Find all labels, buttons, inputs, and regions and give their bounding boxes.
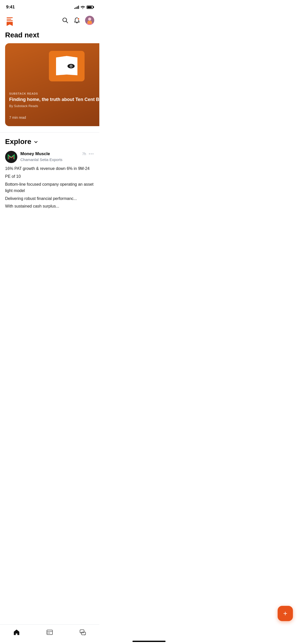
section-divider bbox=[0, 132, 99, 133]
svg-rect-1 bbox=[7, 19, 11, 20]
post-line-5: With sustained cash surplus... bbox=[5, 203, 94, 210]
svg-rect-0 bbox=[7, 17, 13, 18]
svg-rect-16 bbox=[6, 152, 16, 162]
publisher-avatar[interactable] bbox=[5, 151, 17, 163]
svg-point-19 bbox=[92, 154, 93, 155]
svg-point-18 bbox=[91, 154, 92, 155]
card-thumbnail-1 bbox=[5, 43, 99, 89]
explore-title: Explore bbox=[5, 138, 31, 146]
read-time-1: 7 min read bbox=[9, 115, 26, 120]
svg-rect-2 bbox=[7, 20, 13, 21]
card-author-1: By Substack Reads bbox=[9, 104, 99, 108]
svg-line-4 bbox=[66, 21, 68, 23]
svg-point-12 bbox=[70, 65, 72, 67]
post-header: Money Muscle 7h Chamanlal Setia Exports bbox=[5, 151, 94, 163]
svg-rect-9 bbox=[88, 21, 92, 24]
signal-icon bbox=[74, 5, 79, 9]
header-actions bbox=[62, 16, 94, 25]
publisher-name[interactable]: Money Muscle bbox=[20, 151, 50, 156]
post-subtitle: Chamanlal Setia Exports bbox=[20, 157, 94, 162]
post-line-4: Delivering robust financial performanc..… bbox=[5, 196, 94, 202]
notifications-button[interactable] bbox=[73, 17, 80, 24]
status-time: 9:41 bbox=[6, 5, 15, 10]
status-bar: 9:41 bbox=[0, 0, 99, 13]
svg-point-5 bbox=[78, 18, 79, 20]
feed-post: Money Muscle 7h Chamanlal Setia Exports … bbox=[0, 151, 99, 210]
post-line-3: Bottom-line focused company operating an… bbox=[5, 181, 94, 194]
read-next-title: Read next bbox=[0, 29, 99, 43]
card-source-1: SUBSTACK READS bbox=[9, 92, 99, 95]
explore-header: Explore bbox=[0, 138, 99, 151]
card-title-1: Finding home, the truth about Ten Cent B… bbox=[9, 97, 99, 103]
app-header bbox=[0, 13, 99, 29]
card-content-1: SUBSTACK READS Finding home, the truth a… bbox=[5, 89, 99, 126]
post-time-row: 7h bbox=[82, 151, 94, 157]
svg-point-7 bbox=[88, 18, 91, 21]
article-card-1[interactable]: SUBSTACK READS Finding home, the truth a… bbox=[5, 43, 99, 126]
status-icons bbox=[74, 5, 93, 9]
svg-point-17 bbox=[89, 154, 90, 155]
card-footer-1: 7 min read bbox=[9, 113, 99, 122]
post-more-button[interactable] bbox=[88, 151, 94, 157]
search-button[interactable] bbox=[62, 17, 69, 24]
wifi-icon bbox=[80, 5, 85, 9]
avatar[interactable] bbox=[85, 16, 94, 25]
post-meta: Money Muscle 7h Chamanlal Setia Exports bbox=[20, 151, 94, 162]
battery-icon bbox=[87, 6, 93, 9]
post-body[interactable]: 16% PAT growth & revenue down 6% in 9M-2… bbox=[5, 166, 94, 210]
post-line-2: PE of 10 bbox=[5, 173, 94, 180]
post-publisher-row: Money Muscle 7h bbox=[20, 151, 94, 157]
post-time: 7h bbox=[82, 152, 86, 156]
explore-chevron-icon[interactable] bbox=[33, 139, 38, 144]
post-line-1: 16% PAT growth & revenue down 6% in 9M-2… bbox=[5, 166, 94, 172]
read-next-scroll[interactable]: SUBSTACK READS Finding home, the truth a… bbox=[0, 43, 99, 126]
app-logo[interactable] bbox=[5, 15, 16, 26]
